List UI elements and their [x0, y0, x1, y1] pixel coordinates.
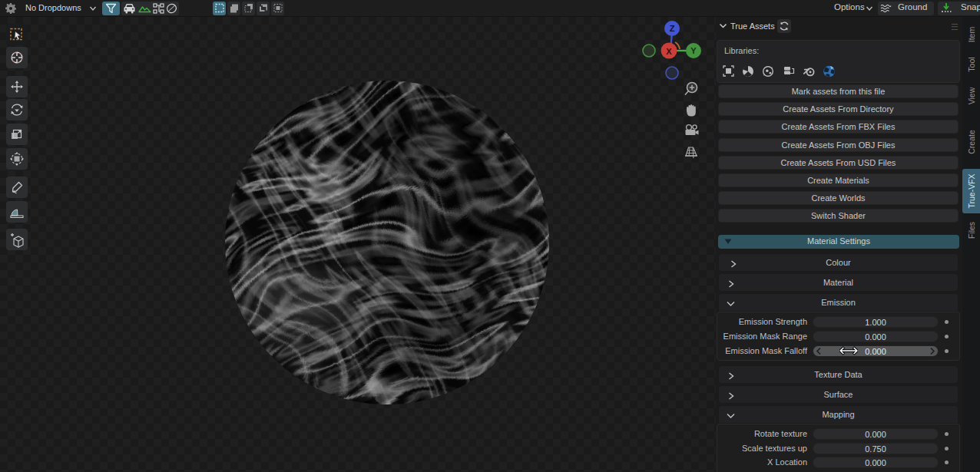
svg-text:Z: Z [670, 24, 675, 33]
svg-text:X: X [666, 47, 672, 56]
svg-text:Y: Y [690, 46, 697, 55]
